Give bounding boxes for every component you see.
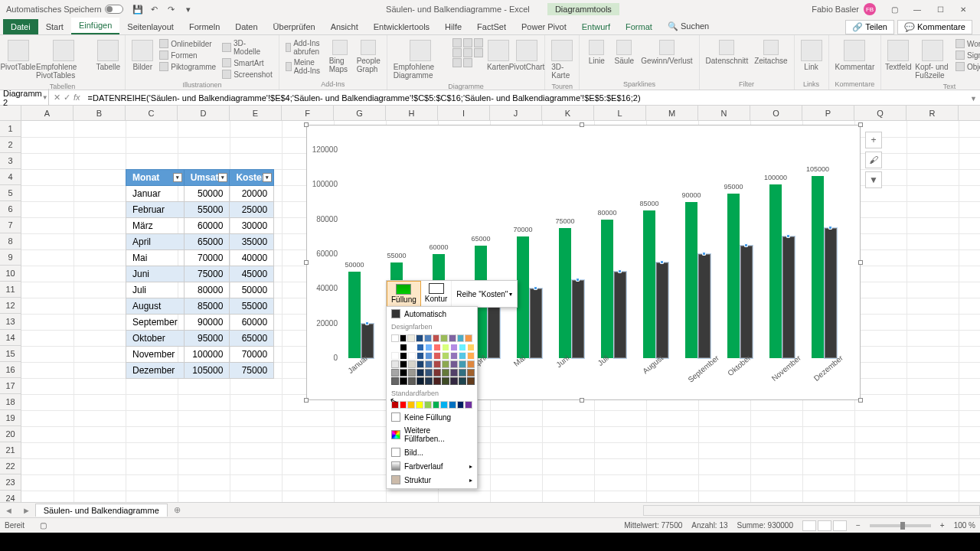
color-swatch[interactable] <box>391 360 399 368</box>
kosten-bar[interactable] <box>656 262 668 358</box>
color-swatch[interactable] <box>425 352 433 360</box>
chart-type-icon[interactable] <box>463 38 472 47</box>
color-swatch[interactable] <box>433 369 441 377</box>
comments-button[interactable]: 💬 Kommentare <box>897 20 972 34</box>
sparkline-line-button[interactable]: Linie <box>584 38 609 67</box>
table-row[interactable]: Mai7000040000 <box>126 250 274 266</box>
pivottable-button[interactable]: PivotTable <box>5 38 31 73</box>
ribbon-options-icon[interactable]: ▢ <box>884 2 905 16</box>
tab-developer[interactable]: Entwicklertools <box>366 19 437 34</box>
color-swatch[interactable] <box>416 334 423 342</box>
tab-pagelayout[interactable]: Seitenlayout <box>119 19 181 34</box>
chart-resize-handle[interactable] <box>580 122 584 127</box>
fill-button[interactable]: Füllung <box>387 281 421 307</box>
chart-type-icon[interactable] <box>474 38 483 47</box>
row-headers[interactable]: 123456789101112131415161718192021222324 <box>0 121 21 502</box>
view-pagelayout-button[interactable] <box>818 520 831 531</box>
chart-resize-handle[interactable] <box>304 260 309 265</box>
color-swatch[interactable] <box>424 401 432 409</box>
color-swatch[interactable] <box>400 352 407 360</box>
color-swatch[interactable] <box>450 352 458 360</box>
table-row[interactable]: März6000030000 <box>126 218 274 234</box>
object-button[interactable]: Objekt <box>954 61 980 72</box>
close-icon[interactable]: ✕ <box>952 2 974 16</box>
autosave-toggle[interactable]: Automatisches Speichern <box>6 5 123 14</box>
color-swatch[interactable] <box>391 334 399 342</box>
tab-file[interactable]: Datei <box>3 19 38 34</box>
screenshot-button[interactable]: Screenshot <box>220 69 274 80</box>
color-swatch[interactable] <box>424 334 432 342</box>
redo-icon[interactable]: ↷ <box>166 4 177 15</box>
color-swatch[interactable] <box>400 401 407 409</box>
color-swatch[interactable] <box>416 352 424 360</box>
color-swatch[interactable] <box>425 344 433 351</box>
color-swatch[interactable] <box>442 344 449 351</box>
chart-type-icon[interactable] <box>463 48 472 57</box>
color-swatch[interactable] <box>408 360 416 368</box>
tab-view[interactable]: Ansicht <box>323 19 366 34</box>
color-swatch[interactable] <box>416 377 424 385</box>
outline-button[interactable]: Kontur <box>421 281 452 307</box>
color-swatch[interactable] <box>425 377 433 385</box>
color-swatch[interactable] <box>400 334 407 342</box>
series-selector[interactable]: Reihe "Kosten" ▾ <box>452 281 517 307</box>
table-row[interactable]: Juli8000050000 <box>126 282 274 298</box>
header-footer-button[interactable]: Kopf- und Fußzeile <box>913 38 951 81</box>
timeline-button[interactable]: Zeitachse <box>753 38 789 67</box>
qat-more-icon[interactable]: ▾ <box>183 4 194 15</box>
chart-styles-button[interactable]: 🖌 <box>865 152 882 168</box>
table-row[interactable]: Dezember10500075000 <box>126 363 274 379</box>
tab-search[interactable]: 🔍 Suchen <box>660 18 717 34</box>
add-sheet-button[interactable]: ⊕ <box>168 505 187 515</box>
fx-icon[interactable]: fx <box>74 93 80 103</box>
kosten-bar[interactable] <box>782 236 795 358</box>
tab-format[interactable]: Format <box>618 19 660 34</box>
icons-button[interactable]: Piktogramme <box>158 61 217 72</box>
bing-maps-button[interactable]: Bing Maps <box>328 38 352 75</box>
menu-gradient[interactable]: Farbverlauf▸ <box>387 459 477 473</box>
color-swatch[interactable] <box>450 344 458 351</box>
minimize-icon[interactable]: — <box>906 2 928 16</box>
shapes-button[interactable]: Formen <box>158 50 217 60</box>
color-swatch[interactable] <box>433 377 441 385</box>
table-row[interactable]: August8500055000 <box>126 298 274 315</box>
color-swatch[interactable] <box>457 334 465 342</box>
tab-review[interactable]: Überprüfen <box>266 19 323 34</box>
color-swatch[interactable] <box>450 360 458 368</box>
color-swatch[interactable] <box>407 401 415 409</box>
color-swatch[interactable] <box>467 352 475 360</box>
3d-map-button[interactable]: 3D-Karte <box>550 38 574 81</box>
textbox-button[interactable]: Textfeld <box>886 38 910 73</box>
kosten-bar[interactable] <box>698 254 710 358</box>
table-row[interactable]: November10000070000 <box>126 347 274 363</box>
pictures-button[interactable]: Bilder <box>130 38 155 73</box>
zoom-slider[interactable] <box>870 524 931 527</box>
worksheet-cells[interactable]: Monat▾ Umsatz▾ Kosten▾ Januar5000020000F… <box>21 121 980 502</box>
color-swatch[interactable] <box>433 344 441 351</box>
color-swatch[interactable] <box>467 360 475 368</box>
color-swatch[interactable] <box>442 352 449 360</box>
enter-icon[interactable]: ✓ <box>64 93 70 103</box>
color-swatch[interactable] <box>459 352 466 360</box>
color-swatch[interactable] <box>416 401 423 409</box>
tab-formulas[interactable]: Formeln <box>181 19 227 34</box>
color-swatch[interactable] <box>391 344 399 351</box>
sheet-nav-next[interactable]: ► <box>18 506 35 515</box>
color-swatch[interactable] <box>433 352 441 360</box>
color-swatch[interactable] <box>440 401 448 409</box>
chart-type-icon[interactable] <box>452 58 462 67</box>
signature-button[interactable]: Signaturzeile <box>954 50 980 60</box>
get-addins-button[interactable]: Add-Ins abrufen <box>284 38 325 57</box>
share-button[interactable]: 🔗 Teilen <box>845 20 894 34</box>
color-swatch[interactable] <box>433 401 440 409</box>
header-umsatz[interactable]: Umsatz▾ <box>184 170 230 186</box>
kosten-bar[interactable] <box>825 228 837 358</box>
color-swatch[interactable] <box>408 369 416 377</box>
slicer-button[interactable]: Datenschnitt <box>704 38 750 67</box>
menu-automatic[interactable]: Automatisch <box>387 307 477 321</box>
select-all-corner[interactable] <box>0 106 21 121</box>
view-pagebreak-button[interactable] <box>833 520 847 531</box>
color-swatch[interactable] <box>400 377 407 385</box>
color-swatch[interactable] <box>407 334 415 342</box>
color-swatch[interactable] <box>416 344 424 351</box>
